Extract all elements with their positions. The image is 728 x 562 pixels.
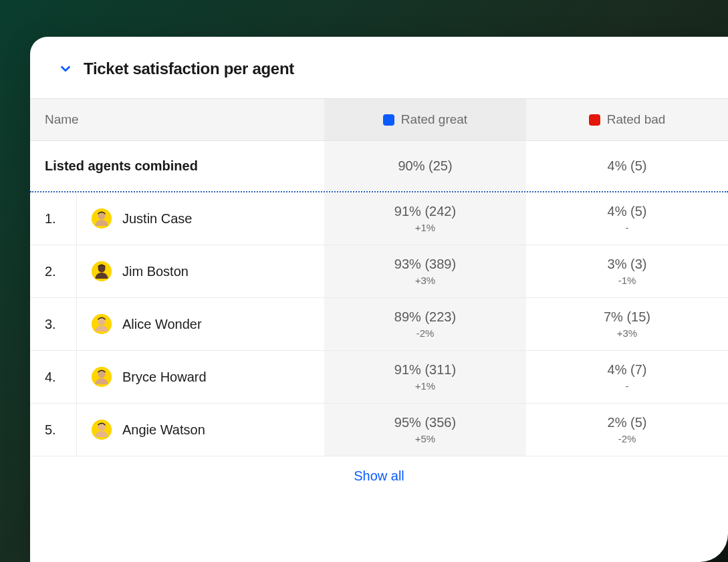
agent-name-cell: Angie Watson — [77, 404, 324, 456]
agent-bad-delta: -1% — [618, 275, 636, 286]
agent-great-value: 93% (389) — [394, 257, 456, 272]
avatar — [92, 367, 112, 387]
agent-name-label: Bryce Howard — [122, 370, 207, 385]
agent-bad-value: 4% (5) — [608, 204, 647, 219]
column-header-bad[interactable]: Rated bad — [526, 99, 728, 140]
agent-bad-delta: -2% — [618, 433, 636, 444]
card-title: Ticket satisfaction per agent — [84, 59, 294, 78]
agent-bad-value: 7% (15) — [604, 309, 650, 325]
agent-great-cell: 91% (242)+1% — [324, 192, 526, 245]
show-all-button[interactable]: Show all — [354, 468, 404, 484]
combined-bad-value: 4% (5) — [526, 141, 728, 191]
agent-name-cell: Jim Boston — [77, 245, 324, 297]
agent-rank: 4. — [30, 351, 77, 403]
agent-great-cell: 95% (356)+5% — [324, 404, 526, 456]
combined-label: Listed agents combined — [30, 141, 324, 191]
agent-great-cell: 93% (389)+3% — [324, 245, 526, 297]
agent-bad-cell: 4% (5)- — [526, 192, 728, 245]
agent-bad-value: 4% (7) — [608, 362, 647, 378]
agent-name-label: Alice Wonder — [122, 317, 202, 332]
agents-list: 1. Justin Case91% (242)+1%4% (5)-2. Jim … — [30, 192, 728, 456]
card-footer: Show all — [30, 456, 728, 496]
table-row[interactable]: 4. Bryce Howard91% (311)+1%4% (7)- — [30, 351, 728, 404]
avatar — [92, 261, 112, 281]
bad-indicator-icon — [589, 114, 600, 126]
agent-rank: 1. — [30, 192, 77, 245]
table-row[interactable]: 5. Angie Watson95% (356)+5%2% (5)-2% — [30, 404, 728, 456]
agent-bad-value: 2% (5) — [608, 415, 647, 430]
column-header-great[interactable]: Rated great — [324, 99, 526, 140]
table-row[interactable]: 1. Justin Case91% (242)+1%4% (5)- — [30, 192, 728, 245]
agent-great-value: 89% (223) — [394, 309, 456, 325]
agent-great-value: 91% (242) — [394, 204, 456, 219]
agent-great-cell: 91% (311)+1% — [324, 351, 526, 403]
agent-name-label: Angie Watson — [122, 422, 205, 438]
table-header-row: Name Rated great Rated bad — [30, 98, 728, 141]
column-header-bad-label: Rated bad — [607, 112, 666, 127]
agent-bad-cell: 7% (15)+3% — [526, 298, 728, 350]
avatar — [92, 208, 112, 229]
combined-agents-row: Listed agents combined 90% (25) 4% (5) — [30, 141, 728, 192]
agent-great-delta: +1% — [415, 380, 435, 392]
agent-great-delta: +1% — [415, 222, 435, 233]
agent-great-value: 95% (356) — [394, 415, 456, 430]
agent-bad-delta: +3% — [617, 327, 637, 339]
agent-rank: 3. — [30, 298, 77, 350]
agent-great-delta: +3% — [415, 275, 435, 286]
agent-bad-cell: 2% (5)-2% — [526, 404, 728, 456]
agent-name-cell: Justin Case — [77, 192, 324, 245]
avatar — [92, 420, 112, 440]
chevron-down-icon[interactable] — [57, 60, 74, 78]
combined-great-value: 90% (25) — [324, 141, 526, 191]
agent-bad-delta: - — [626, 380, 629, 392]
agent-great-cell: 89% (223)-2% — [324, 298, 526, 350]
agent-name-cell: Bryce Howard — [77, 351, 324, 403]
agent-bad-cell: 4% (7)- — [526, 351, 728, 403]
agent-great-delta: -2% — [416, 327, 435, 339]
avatar — [92, 314, 112, 334]
agent-name-label: Jim Boston — [122, 264, 189, 279]
table-row[interactable]: 2. Jim Boston93% (389)+3%3% (3)-1% — [30, 245, 728, 298]
agent-bad-cell: 3% (3)-1% — [526, 245, 728, 297]
column-header-name[interactable]: Name — [30, 99, 324, 140]
great-indicator-icon — [383, 114, 394, 126]
table-row[interactable]: 3. Alice Wonder89% (223)-2%7% (15)+3% — [30, 298, 728, 351]
column-header-great-label: Rated great — [401, 112, 467, 127]
card-header: Ticket satisfaction per agent — [30, 37, 728, 98]
agent-name-label: Justin Case — [122, 211, 193, 227]
agent-bad-delta: - — [626, 222, 629, 233]
satisfaction-card: Ticket satisfaction per agent Name Rated… — [30, 37, 728, 562]
app-background: Ticket satisfaction per agent Name Rated… — [0, 0, 728, 562]
agent-great-delta: +5% — [415, 433, 435, 444]
agent-rank: 5. — [30, 404, 77, 456]
agent-name-cell: Alice Wonder — [77, 298, 324, 350]
agent-great-value: 91% (311) — [394, 362, 456, 378]
agent-bad-value: 3% (3) — [608, 257, 647, 272]
agent-rank: 2. — [30, 245, 77, 297]
